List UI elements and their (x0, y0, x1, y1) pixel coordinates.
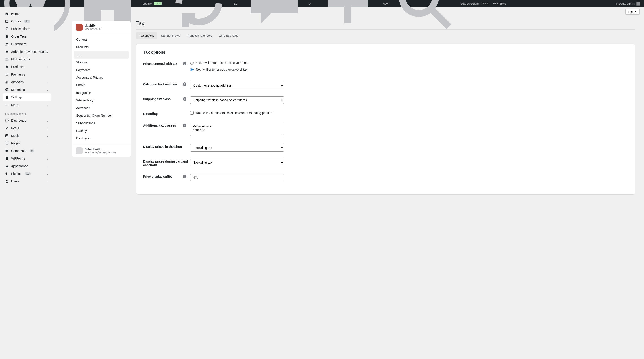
menu-icon (5, 42, 9, 46)
sidebar-item-label: Marketing (11, 88, 25, 92)
help-icon[interactable]: ? (183, 62, 186, 66)
tax-options-card: Tax options Prices entered with tax? Yes… (136, 44, 635, 195)
panel-nav-emails[interactable]: Emails (74, 81, 129, 89)
sidebar-item-stripe-by-payment-plugins[interactable]: Stripe by Payment Plugins (3, 48, 51, 56)
display-shop-select[interactable]: Excluding tax (190, 144, 284, 152)
tab-tax-options[interactable]: Tax options (136, 32, 157, 39)
panel-nav-site-visibility[interactable]: Site visibility (74, 96, 129, 104)
sidebar-item-label: Subscriptions (11, 27, 30, 30)
sidebar: HomeOrders11SubscriptionsOrder TagsCusto… (0, 7, 54, 359)
menu-icon (5, 34, 9, 38)
panel-nav-sequential-order-number[interactable]: Sequential Order Number (74, 112, 129, 119)
sidebar-item-home[interactable]: Home (3, 10, 51, 18)
help-button[interactable]: Help ▾ (626, 9, 640, 14)
suffix-input[interactable] (190, 174, 284, 181)
panel-nav-tax[interactable]: Tax (74, 51, 129, 58)
sidebar-item-posts[interactable]: Posts⌄ (3, 124, 51, 132)
tab-zero-rate-rates[interactable]: Zero rate rates (216, 32, 242, 39)
chevron-down-icon: ⌄ (46, 172, 49, 176)
count-badge: 11 (24, 20, 30, 23)
calc-tax-select[interactable]: Customer shipping address (190, 82, 284, 89)
chevron-down-icon: ⌄ (46, 157, 49, 160)
main-content: Tax Tax optionsStandard ratesReduced rat… (136, 20, 635, 195)
menu-icon (5, 141, 9, 145)
radio-exclusive[interactable]: No, I will enter prices exclusive of tax (190, 68, 284, 71)
ship-class-select[interactable]: Shipping tax class based on cart items (190, 96, 284, 104)
updates-link[interactable]: 11 (164, 0, 238, 7)
sidebar-item-more[interactable]: More⌄ (3, 101, 51, 109)
panel-nav-dashify-pro[interactable]: Dashify Pro (74, 134, 129, 142)
sidebar-item-settings[interactable]: Settings (3, 94, 51, 101)
site-home-link[interactable]: dashifyLive (72, 0, 164, 7)
panel-nav-accounts-&-privacy[interactable]: Accounts & Privacy (74, 74, 129, 81)
menu-icon (5, 19, 9, 23)
sidebar-item-label: WPForms (11, 157, 25, 160)
sidebar-item-label: Stripe by Payment Plugins (11, 50, 48, 54)
sidebar-item-label: Analytics (11, 80, 24, 84)
panel-nav-payments[interactable]: Payments (74, 66, 129, 74)
panel-nav-integration[interactable]: Integration (74, 89, 129, 96)
sidebar-item-label: Customers (11, 42, 26, 46)
sidebar-item-label: Payments (11, 73, 25, 76)
panel-nav-general[interactable]: General (74, 36, 129, 43)
svg-point-11 (7, 90, 7, 90)
calc-tax-label: Calculate tax based on (143, 82, 177, 86)
search-kbd: ⌘ + K (481, 2, 490, 5)
radio-inclusive[interactable]: Yes, I will enter prices inclusive of ta… (190, 61, 284, 64)
chevron-down-icon: ⌄ (46, 142, 49, 145)
new-link[interactable]: New (312, 0, 390, 7)
sidebar-item-pages[interactable]: Pages⌄ (3, 140, 51, 147)
store-logo (76, 24, 82, 30)
sidebar-item-order-tags[interactable]: Order Tags (3, 33, 51, 40)
help-icon[interactable]: ? (183, 82, 186, 86)
wpforms-label: WPForms (493, 2, 506, 5)
sidebar-item-plugins[interactable]: Plugins10⌄ (3, 170, 51, 178)
sidebar-item-label: Pages (11, 142, 20, 145)
chevron-down-icon: ⌄ (46, 103, 49, 107)
comments-link[interactable]: 0 (239, 0, 312, 7)
menu-icon (5, 126, 9, 130)
sidebar-item-customers[interactable]: Customers (3, 40, 51, 48)
sidebar-item-subscriptions[interactable]: Subscriptions (3, 25, 51, 33)
sidebar-item-products[interactable]: Products⌄ (3, 63, 51, 71)
page-title: Tax (136, 20, 635, 30)
panel-nav-shipping[interactable]: Shipping (74, 58, 129, 66)
wp-logo[interactable] (2, 0, 72, 7)
panel-nav-advanced[interactable]: Advanced (74, 104, 129, 112)
rounding-checkbox[interactable]: Round tax at subtotal level, instead of … (190, 111, 284, 115)
tab-reduced-rate-rates[interactable]: Reduced rate rates (184, 32, 215, 39)
sidebar-item-analytics[interactable]: Analytics⌄ (3, 78, 51, 86)
menu-icon (5, 149, 9, 153)
sidebar-item-payments[interactable]: Payments (3, 71, 51, 78)
search-orders[interactable]: Search orders⌘ + K (390, 0, 491, 7)
wpforms-link[interactable]: WPForms (491, 0, 508, 7)
sidebar-item-orders[interactable]: Orders11 (3, 18, 51, 25)
add-classes-textarea[interactable] (190, 123, 284, 136)
svg-point-12 (6, 104, 6, 105)
panel-nav-subscriptions[interactable]: Subscriptions (74, 119, 129, 127)
sidebar-item-label: Comments (11, 149, 26, 153)
suffix-label: Price display suffix (143, 175, 172, 178)
sidebar-item-dashboard[interactable]: Dashboard⌄ (3, 117, 51, 124)
sidebar-item-wpforms[interactable]: WPForms⌄ (3, 155, 51, 162)
sidebar-item-media[interactable]: Media⌄ (3, 132, 51, 140)
menu-icon (5, 80, 9, 84)
tab-standard-rates[interactable]: Standard rates (158, 32, 183, 39)
menu-icon (5, 179, 9, 183)
panel-nav-dashify[interactable]: Dashify (74, 127, 129, 134)
panel-nav-products[interactable]: Products (74, 43, 129, 51)
user-menu[interactable]: Howdy, admin (616, 2, 642, 6)
display-cart-select[interactable]: Excluding tax (190, 159, 284, 166)
help-icon[interactable]: ? (183, 175, 186, 178)
sidebar-item-marketing[interactable]: Marketing⌄ (3, 86, 51, 94)
help-icon[interactable]: ? (183, 97, 186, 101)
admin-bar: dashifyLive 11 0 New Search orders⌘ + K … (0, 0, 644, 7)
menu-icon (5, 134, 9, 138)
sidebar-item-users[interactable]: Users⌄ (3, 178, 51, 185)
sidebar-item-appearance[interactable]: Appearance⌄ (3, 162, 51, 170)
sidebar-item-label: Appearance (11, 164, 28, 168)
sidebar-item-label: Posts (11, 126, 19, 130)
sidebar-item-comments[interactable]: Comments0 (3, 147, 51, 155)
sidebar-item-pdf-invoices[interactable]: PDF Invoices (3, 56, 51, 63)
help-icon[interactable]: ? (183, 124, 186, 127)
